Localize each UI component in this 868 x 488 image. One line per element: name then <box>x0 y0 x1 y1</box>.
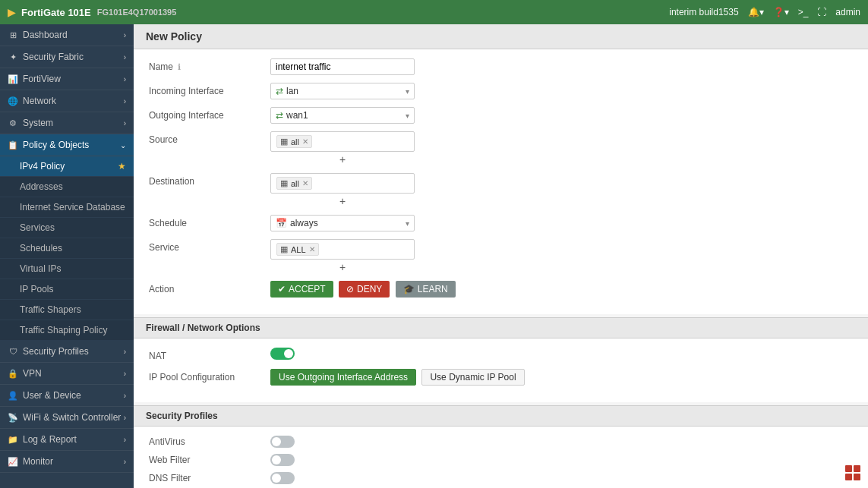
incoming-interface-row: Incoming Interface ⇄ lan ▾ <box>149 83 853 99</box>
terminal-icon[interactable]: >_ <box>798 7 809 17</box>
sidebar-item-security-profiles[interactable]: 🛡 Security Profiles › <box>0 341 134 363</box>
sidebar-subitem-ipv4-policy[interactable]: IPv4 Policy ★ <box>0 156 134 177</box>
grid-icon[interactable] <box>845 465 860 480</box>
sidebar-subitem-addresses[interactable]: Addresses <box>0 177 134 197</box>
destination-label: Destination <box>149 173 270 187</box>
admin-label[interactable]: admin <box>835 7 860 17</box>
page-title: New Policy <box>134 24 868 49</box>
use-outgoing-button[interactable]: Use Outgoing Interface Address <box>270 369 416 386</box>
antivirus-toggle[interactable] <box>270 436 295 448</box>
sidebar-subitem-virtual-ips[interactable]: Virtual IPs <box>0 259 134 279</box>
sidebar-label-fortiview: FortiView <box>23 74 61 84</box>
grid-cell-3 <box>845 474 852 480</box>
vpn-icon: 🔒 <box>8 369 18 379</box>
nat-row: NAT <box>149 348 853 361</box>
learn-icon: 🎓 <box>403 284 415 294</box>
service-row: Service ▦ ALL ✕ + <box>149 239 853 273</box>
ip-pool-label: IP Pool Configuration <box>149 369 270 383</box>
chevron-icon: › <box>124 31 126 39</box>
nat-toggle[interactable] <box>270 348 295 360</box>
chevron-icon: › <box>124 97 126 105</box>
action-buttons: ✔ ACCEPT ⊘ DENY 🎓 LEARN <box>270 281 459 298</box>
service-tagbox[interactable]: ▦ ALL ✕ <box>270 239 415 260</box>
chevron-icon: › <box>124 53 126 61</box>
name-input[interactable] <box>270 58 415 75</box>
content-area: New Policy Name ℹ Incoming Interface ⇄ l… <box>134 24 868 488</box>
sidebar-subitem-services[interactable]: Services <box>0 218 134 238</box>
basic-form-section: Name ℹ Incoming Interface ⇄ lan ▾ Outg <box>134 49 868 314</box>
service-tag-remove[interactable]: ✕ <box>309 245 315 253</box>
chevron-icon: › <box>124 370 126 378</box>
sidebar-item-wifi-switch[interactable]: 📡 WiFi & Switch Controller › <box>0 407 134 429</box>
destination-add-button[interactable]: + <box>270 195 415 207</box>
sidebar-subitem-schedules[interactable]: Schedules <box>0 238 134 259</box>
source-label: Source <box>149 131 270 145</box>
info-icon: ℹ <box>178 62 181 71</box>
deny-icon: ⊘ <box>346 284 354 294</box>
sidebar-item-log-report[interactable]: 📁 Log & Report › <box>0 429 134 451</box>
schedule-select[interactable]: 📅 always ▾ <box>270 215 415 231</box>
dnsfilter-label: DNS Filter <box>149 473 270 483</box>
sidebar-item-fortiview[interactable]: 📊 FortiView › <box>0 68 134 90</box>
sidebar-label-security-profiles: Security Profiles <box>23 346 89 357</box>
sidebar-subitem-traffic-shaping-policy[interactable]: Traffic Shaping Policy <box>0 320 134 341</box>
schedule-label: Schedule <box>149 215 270 228</box>
sidebar-subitem-internet-service-db[interactable]: Internet Service Database <box>0 197 134 218</box>
dnsfilter-row: DNS Filter <box>149 472 853 484</box>
schedule-value: always <box>290 218 318 228</box>
accept-button[interactable]: ✔ ACCEPT <box>270 281 333 298</box>
system-icon: ⚙ <box>8 118 18 128</box>
sidebar-item-security-fabric[interactable]: ✦ Security Fabric › <box>0 46 134 68</box>
learn-button[interactable]: 🎓 LEARN <box>396 281 456 298</box>
use-dynamic-button[interactable]: Use Dynamic IP Pool <box>421 369 524 386</box>
select-chevron-icon: ▾ <box>406 87 409 96</box>
source-tagbox[interactable]: ▦ all ✕ <box>270 131 415 152</box>
sidebar-item-dashboard[interactable]: ⊞ Dashboard › <box>0 24 134 46</box>
sidebar-item-monitor[interactable]: 📈 Monitor › <box>0 451 134 473</box>
sidebar-label-network: Network <box>23 96 56 106</box>
destination-tagbox[interactable]: ▦ all ✕ <box>270 173 415 194</box>
sidebar-item-vpn[interactable]: 🔒 VPN › <box>0 363 134 385</box>
name-row: Name ℹ <box>149 58 853 75</box>
build-info[interactable]: interim build1535 <box>669 7 738 17</box>
service-add-button[interactable]: + <box>270 261 415 273</box>
outgoing-interface-select[interactable]: ⇄ wan1 ▾ <box>270 107 415 124</box>
sidebar-label-wifi-switch: WiFi & Switch Controller <box>23 412 121 423</box>
service-tag-all: ▦ ALL ✕ <box>276 243 319 256</box>
star-icon: ★ <box>118 161 126 172</box>
dashboard-icon: ⊞ <box>8 30 18 40</box>
destination-tag-value: all <box>291 179 299 188</box>
source-tag-icon: ▦ <box>280 137 288 146</box>
sidebar-subitem-ip-pools[interactable]: IP Pools <box>0 279 134 300</box>
chevron-icon: › <box>124 414 126 422</box>
sidebar-label-policy-objects: Policy & Objects <box>23 140 89 150</box>
deny-button[interactable]: ⊘ DENY <box>339 281 390 298</box>
destination-tag-icon: ▦ <box>280 178 288 188</box>
topbar: ▶ FortiGate 101E FG101E4Q17001395 interi… <box>0 0 868 24</box>
monitor-icon: 📈 <box>8 457 18 467</box>
expand-icon[interactable]: ⛶ <box>817 7 826 17</box>
bottom-icons <box>845 465 860 480</box>
help-icon[interactable]: ❓▾ <box>773 7 789 17</box>
sidebar-subitem-traffic-shapers[interactable]: Traffic Shapers <box>0 300 134 320</box>
sidebar-item-user-device[interactable]: 👤 User & Device › <box>0 385 134 407</box>
nat-label: NAT <box>149 348 270 361</box>
policy-objects-submenu: IPv4 Policy ★ Addresses Internet Service… <box>0 156 134 341</box>
source-tag-remove[interactable]: ✕ <box>302 137 308 146</box>
fortigate-logo: ▶ <box>8 7 15 18</box>
destination-tag-remove[interactable]: ✕ <box>302 179 308 187</box>
firewall-section-header: Firewall / Network Options <box>134 317 868 338</box>
sidebar-item-network[interactable]: 🌐 Network › <box>0 90 134 112</box>
sidebar: ⊞ Dashboard › ✦ Security Fabric › 📊 Fort… <box>0 24 134 488</box>
chevron-icon: › <box>124 458 126 466</box>
sidebar-item-policy-objects[interactable]: 📋 Policy & Objects ⌄ <box>0 134 134 156</box>
policy-objects-icon: 📋 <box>8 140 18 150</box>
sidebar-item-system[interactable]: ⚙ System › <box>0 112 134 134</box>
grid-cell-1 <box>845 465 852 472</box>
dnsfilter-toggle[interactable] <box>270 472 295 484</box>
bell-icon[interactable]: 🔔▾ <box>748 7 764 17</box>
incoming-interface-select[interactable]: ⇄ lan ▾ <box>270 83 415 99</box>
webfilter-toggle[interactable] <box>270 454 295 466</box>
source-add-button[interactable]: + <box>270 153 415 165</box>
ip-pool-row: IP Pool Configuration Use Outgoing Inter… <box>149 369 853 386</box>
